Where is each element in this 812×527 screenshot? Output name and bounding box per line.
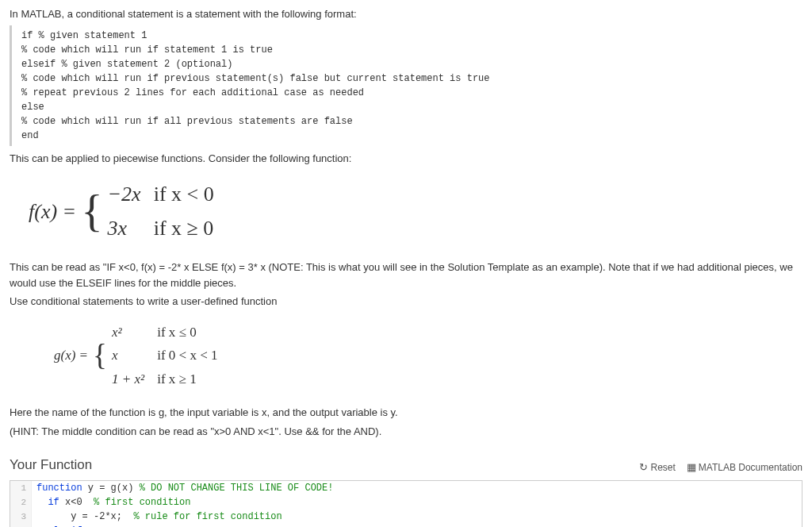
docs-icon: ▦: [687, 460, 696, 475]
paragraph-explain: This can be read as "IF x<0, f(x) = -2* …: [10, 260, 802, 290]
code-line[interactable]: if x<0 % first condition: [32, 495, 195, 510]
matlab-docs-link[interactable]: ▦MATLAB Documentation: [687, 460, 802, 475]
code-line[interactable]: y = -2*x; % rule for first condition: [32, 510, 287, 524]
reset-button[interactable]: ↻Reset: [639, 460, 675, 475]
line-number: 3: [10, 510, 32, 524]
equation-f-lhs: f(x) =: [29, 177, 81, 245]
line-number: 4: [10, 524, 32, 528]
brace-icon: {: [81, 177, 107, 245]
code-line[interactable]: elseif: [32, 524, 87, 528]
paragraph-hint: (HINT: The middle condition can be read …: [10, 424, 802, 440]
your-function-title: Your Function: [10, 455, 92, 475]
intro-text: In MATLAB, a conditional statement is a …: [10, 6, 802, 22]
equation-f: f(x) = { −2xif x < 03xif x ≥ 0: [29, 177, 227, 245]
paragraph-task: Use conditional statements to write a us…: [10, 294, 802, 310]
equation-g-lhs: g(x) =: [54, 321, 93, 391]
syntax-code-block: if % given statement 1 % code which will…: [10, 25, 802, 146]
brace-icon: {: [93, 321, 112, 391]
code-line[interactable]: function y = g(x) % DO NOT CHANGE THIS L…: [32, 481, 338, 495]
line-number: 2: [10, 495, 32, 510]
paragraph-vars: Here the name of the function is g, the …: [10, 405, 802, 421]
equation-g: g(x) = { x²if x ≤ 0xif 0 < x < 11 + x²if…: [54, 321, 230, 391]
code-editor[interactable]: 1function y = g(x) % DO NOT CHANGE THIS …: [10, 480, 802, 528]
line-number: 1: [10, 481, 32, 495]
reset-icon: ↻: [639, 460, 648, 475]
paragraph-piecewise: This can be applied to piecewise functio…: [10, 151, 802, 167]
